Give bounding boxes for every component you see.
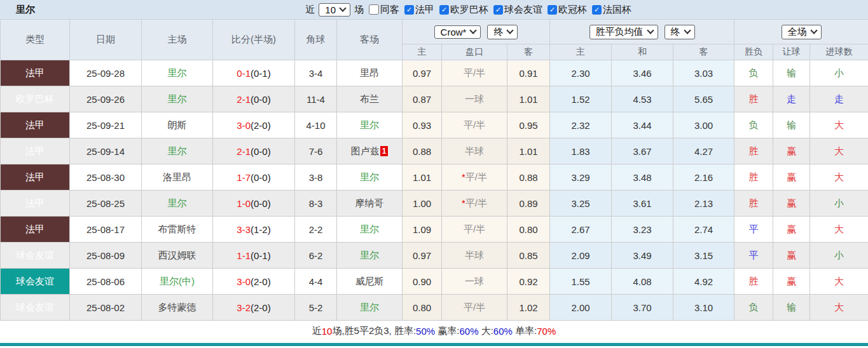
odds-home-cell: 0.88 <box>403 138 442 164</box>
handicap-result-cell: 输 <box>773 60 810 86</box>
ligue1-label[interactable]: 法甲 <box>415 4 434 16</box>
fulltime-score: 3-3 <box>237 224 251 235</box>
avg-draw-cell: 3.23 <box>612 217 673 243</box>
halftime-score: (0-1) <box>251 68 271 79</box>
score-cell: 3-0(2-0) <box>213 112 295 138</box>
avg-metric-select[interactable]: 胜平负均值 <box>589 25 658 39</box>
avg-away-cell: 4.92 <box>673 269 734 295</box>
home-team-cell: 里尔(中) <box>142 269 213 295</box>
away-team-badge: 1 <box>380 146 389 156</box>
champions-league-label[interactable]: 欧冠杯 <box>558 4 587 16</box>
scope-select[interactable]: 全场 <box>782 25 822 39</box>
odds-stage-select[interactable]: 终 <box>487 25 518 39</box>
avg-draw-cell: 3.61 <box>612 191 673 217</box>
coupe-de-france-label[interactable]: 法国杯 <box>603 4 631 16</box>
check-icon: ✓ <box>549 6 555 13</box>
check-icon: ✓ <box>406 6 412 13</box>
away-team-cell: 里尔 <box>337 243 403 269</box>
odds-away-cell: 1.01 <box>507 86 550 112</box>
same-away-label[interactable]: 同客 <box>380 4 399 16</box>
home-team-cell: 里尔 <box>142 86 213 112</box>
summary-segment: 近 <box>312 325 322 337</box>
odds-away-cell: 0.95 <box>507 112 550 138</box>
home-team-cell: 里尔 <box>142 138 213 164</box>
odds-away-cell: 0.85 <box>507 243 550 269</box>
home-team-cell: 里尔 <box>142 191 213 217</box>
score-cell: 1-1(0-1) <box>213 243 295 269</box>
checkbox-coupe-de-france[interactable]: ✓ <box>592 5 602 15</box>
odds-home-cell: 0.87 <box>403 86 442 112</box>
handicap-text: 一球 <box>465 93 484 104</box>
same-away-checkbox[interactable]: ✓ <box>369 4 379 15</box>
avg-home-cell: 1.52 <box>550 86 612 112</box>
wdl-result-cell: 胜 <box>734 86 773 112</box>
wdl-result-cell: 负 <box>734 112 773 138</box>
checkbox-ligue1[interactable]: ✓ <box>404 5 414 15</box>
away-team-cell: 里昂 <box>337 60 403 86</box>
handicap-text: 平/半 <box>465 171 487 182</box>
handicap-result-cell: 输 <box>773 295 810 321</box>
home-team-name: 西汉姆联 <box>158 250 196 260</box>
handicap-cell: 平/半 <box>442 217 507 243</box>
handicap-cell: *平/半 <box>442 191 507 217</box>
subcol-handicap-result: 让球 <box>773 44 810 60</box>
away-team-name: 里昂 <box>360 67 379 78</box>
match-row: 球会友谊 25-08-06 里尔(中) 3-0(2-0) 4-4 威尼斯 0.9… <box>1 269 868 295</box>
goals-result-cell: 大 <box>810 269 868 295</box>
avg-stage-select[interactable]: 终 <box>665 25 695 39</box>
recent-count-select[interactable]: 10 <box>319 3 350 17</box>
chevron-down-icon <box>470 27 477 34</box>
score-cell: 1-7(0-0) <box>213 164 295 191</box>
away-team-cell: 里尔 <box>337 164 403 191</box>
checkbox-champions-league[interactable]: ✓ <box>548 5 557 15</box>
summary-segment: 60% <box>493 326 513 337</box>
odds-away-cell: 0.88 <box>507 164 550 191</box>
odds-home-cell: 0.93 <box>403 112 442 138</box>
score-cell: 3-3(1-2) <box>213 217 295 243</box>
halftime-score: (0-0) <box>251 198 271 209</box>
match-row: 法甲 25-08-25 里尔 1-0(0-0) 8-3 摩纳哥 1.00 *平/… <box>1 191 868 217</box>
summary-segment: 赢率: <box>435 325 459 337</box>
wdl-result-cell: 胜 <box>734 191 773 217</box>
wdl-result-cell: 平 <box>734 217 773 243</box>
home-team-name: 朗斯 <box>168 119 187 130</box>
league-type-cell: 法甲 <box>1 217 70 243</box>
odds-company-select[interactable]: Crow* <box>434 25 481 39</box>
handicap-text: 平/半 <box>464 224 485 234</box>
home-team-cell: 里尔 <box>142 60 213 86</box>
odds-home-cell: 0.90 <box>403 269 442 295</box>
goals-result-cell: 大 <box>810 112 868 138</box>
away-team-name: 摩纳哥 <box>355 197 384 208</box>
europa-league-label[interactable]: 欧罗巴杯 <box>450 4 488 16</box>
score-cell: 1-0(0-0) <box>213 191 295 217</box>
checkbox-club-friendly[interactable]: ✓ <box>493 5 503 15</box>
checkbox-europa-league[interactable]: ✓ <box>439 5 449 15</box>
wdl-result-cell: 平 <box>734 243 773 269</box>
away-team-name: 里尔 <box>360 302 379 312</box>
club-friendly-label[interactable]: 球会友谊 <box>504 4 542 16</box>
date-cell: 25-09-21 <box>70 112 142 138</box>
league-filter-coupe-de-france: ✓ 法国杯 <box>592 4 631 16</box>
handicap-cell: 平/半 <box>442 295 507 321</box>
odds-stage-value: 终 <box>493 26 503 38</box>
odds-home-cell: 1.01 <box>403 164 442 191</box>
avg-away-cell: 3.00 <box>673 112 734 138</box>
league-filter-europa: ✓ 欧罗巴杯 <box>439 4 488 16</box>
col-header-type: 类型 <box>1 20 70 60</box>
odds-home-cell: 0.97 <box>403 243 442 269</box>
odds-away-cell: 0.80 <box>507 217 550 243</box>
col-header-corner: 角球 <box>295 20 337 60</box>
recent-stats-summary: 近10场,胜5平2负3, 胜率:50% 赢率:60% 大:60% 单率:70% <box>0 321 868 341</box>
home-team-name: 里尔(中) <box>160 276 195 286</box>
odds-home-cell: 1.00 <box>403 191 442 217</box>
summary-segment: 60% <box>459 326 478 337</box>
match-row: 法甲 25-09-28 里尔 0-1(0-1) 3-4 里昂 0.97 平/半 … <box>1 60 868 86</box>
goals-result-cell: 大 <box>810 217 868 243</box>
filter-controls: 近 10 场 ✓ 同客 ✓ 法甲 ✓ 欧罗巴杯 ✓ <box>305 3 631 17</box>
col-header-away: 客场 <box>337 20 403 60</box>
same-away-filter: ✓ 同客 <box>369 4 399 16</box>
away-team-name: 图卢兹 <box>351 145 380 156</box>
corner-cell: 6-2 <box>295 243 337 269</box>
summary-segment: 大: <box>479 325 493 337</box>
fulltime-score: 2-1 <box>237 94 251 105</box>
